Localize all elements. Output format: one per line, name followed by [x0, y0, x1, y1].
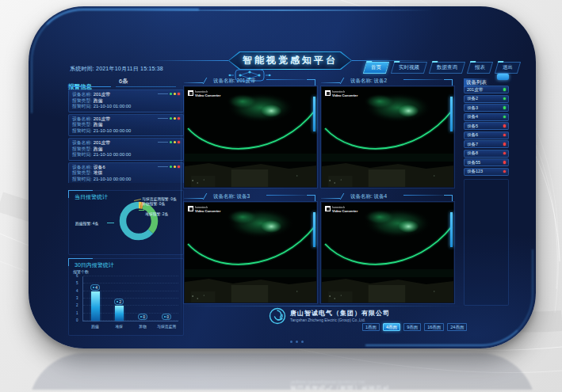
- daily-stats-title: 当日报警统计: [75, 193, 108, 201]
- device-list-empty-box: [464, 179, 509, 306]
- daily-alarm-stats-section: 当日报警统计 跑偏报警: 4条 与煤流监测报警: 0条 异物报警: 0条 堆煤报…: [68, 190, 184, 255]
- video-feed[interactable]: honestech Video Converter: [184, 86, 317, 188]
- nav-button[interactable]: 报表: [467, 62, 493, 74]
- video-scene: [322, 87, 453, 187]
- alarm-time-value: 21-10-10 01:00:00: [94, 104, 131, 110]
- screen-layout-button[interactable]: 24画面: [447, 323, 467, 331]
- device-name-label: 设备名称:: [72, 116, 92, 123]
- title-banner-inner: 智能视觉感知平台: [229, 52, 351, 69]
- yellow-light-icon: [174, 141, 176, 143]
- device-name: 设备123: [467, 169, 483, 174]
- video-watermark: honestech Video Converter: [188, 90, 220, 98]
- device-list-item[interactable]: 设备5: [464, 122, 509, 130]
- device-name: 设备7: [467, 142, 478, 147]
- video-watermark: honestech Video Converter: [325, 90, 357, 98]
- nav-button[interactable]: 实时视频: [391, 62, 427, 74]
- device-list-item[interactable]: 设备7: [464, 140, 509, 148]
- bar-column: 0异物: [133, 276, 152, 321]
- video-scroll-accent[interactable]: [450, 97, 453, 131]
- bar-chart-title: 30日内报警统计: [75, 261, 114, 269]
- device-name-value: 201皮带: [94, 116, 110, 123]
- device-list-item[interactable]: 设备55: [464, 158, 509, 166]
- watermark-brand: honestech: [332, 90, 357, 93]
- nav-button[interactable]: 退出: [495, 62, 521, 74]
- header-line-decoration: [266, 195, 306, 196]
- screen-layout-label: 9画面: [407, 325, 418, 330]
- video-panel-header: 设备名称: 设备4: [321, 192, 454, 202]
- video-device-name: 设备名称: 设备3: [213, 193, 250, 200]
- dashboard-panel: 系统时间: 2021年10月11日 15:15:38 智能视觉感知平台 首页 实…: [29, 6, 536, 348]
- company-info: 唐山智诚电气（集团）有限公司 Tangshan Zhicheng Electri…: [290, 309, 390, 322]
- video-scroll-accent[interactable]: [313, 212, 315, 247]
- screen-layout-button[interactable]: 9画面: [403, 323, 421, 331]
- device-list-item[interactable]: 设备123: [464, 168, 509, 176]
- video-feed[interactable]: honestech Video Converter: [321, 202, 454, 303]
- system-time: 系统时间: 2021年10月11日 15:15:38: [70, 65, 163, 73]
- watermark-logo-icon: [325, 90, 331, 96]
- watermark-product: Video Converter: [195, 209, 220, 213]
- desktop-background: 系统时间: 2021年10月11日 15:15:38 智能视觉感知平台 首页 实…: [0, 0, 562, 392]
- alarm-time-value: 21-10-10 00:00:00: [94, 128, 131, 135]
- watermark-logo-icon: [188, 90, 193, 96]
- green-light-icon: [170, 93, 172, 95]
- screen-layout-label: 16画面: [427, 325, 441, 330]
- bar-category-label: 与煤流监测: [157, 324, 176, 329]
- nav-button-label: 报表: [475, 64, 485, 71]
- video-feed[interactable]: honestech Video Converter: [321, 86, 454, 188]
- alarm-card[interactable]: 设备名称:201皮带 报警类型:跑偏 报警时间:21-10-10 00:00:0…: [68, 114, 184, 137]
- device-name-label: 设备名称:: [72, 140, 92, 147]
- bar-value-bubble: 2: [114, 299, 124, 305]
- video-panel-header: 设备名称: 201皮带: [184, 76, 317, 86]
- watermark-product: Video Converter: [332, 93, 357, 97]
- device-status-dot: [503, 143, 507, 146]
- device-list-item[interactable]: 设备3: [464, 104, 509, 112]
- donut-leader-line: [139, 210, 144, 211]
- alarm-indicator-lights: [158, 166, 180, 168]
- red-light-icon: [178, 117, 180, 120]
- alarm-card[interactable]: 设备名称:201皮带 报警类型:跑偏 报警时间:21-10-10 01:00:0…: [68, 89, 184, 112]
- screen-layout-button[interactable]: 16画面: [424, 323, 444, 331]
- header-corner-decoration: [307, 195, 315, 201]
- device-sidebar: 设备列表 201皮带 设备2 设备3 设备4 设备5 设备6 设备7 设备8 设…: [464, 73, 509, 336]
- alarm-card[interactable]: 设备名称:201皮带 报警类型:跑偏 报警时间:21-10-10 00:00:0…: [68, 138, 184, 161]
- green-light-icon: [170, 117, 172, 120]
- video-scroll-accent[interactable]: [313, 97, 315, 131]
- nav-button[interactable]: 数据查询: [429, 62, 465, 74]
- device-list-item[interactable]: 设备8: [464, 150, 509, 158]
- bar-column: 2堆煤: [109, 276, 128, 321]
- device-list-header: 设备列表: [464, 73, 509, 82]
- video-device-name: 设备名称: 设备2: [350, 78, 387, 85]
- watermark-brand: honestech: [195, 206, 220, 209]
- device-list[interactable]: 201皮带 设备2 设备3 设备4 设备5 设备6 设备7 设备8 设备55 设…: [464, 86, 509, 176]
- screen-layout-label: 1画面: [365, 325, 377, 330]
- bar-column: 0与煤流监测: [157, 276, 176, 321]
- device-list-more-button[interactable]: [497, 74, 509, 80]
- device-name: 设备3: [467, 105, 478, 111]
- video-feed[interactable]: honestech Video Converter: [184, 202, 317, 303]
- video-scroll-accent[interactable]: [450, 212, 453, 247]
- device-name-value: 201皮带: [94, 140, 110, 147]
- screen-layout-buttons: 1画面 4画面 9画面 16画面 24画面: [362, 323, 467, 331]
- nav-button-label: 退出: [503, 64, 513, 71]
- green-light-icon: [170, 166, 172, 168]
- device-list-item[interactable]: 设备4: [464, 113, 509, 121]
- bar: [115, 306, 124, 321]
- alarm-card[interactable]: 设备名称:设备6 报警类型:堆煤 报警时间:21-10-10 00:00:00: [68, 162, 184, 184]
- alarm-indicator-lights: [158, 117, 180, 120]
- alarm-list[interactable]: 设备名称:201皮带 报警类型:跑偏 报警时间:21-10-10 01:00:0…: [68, 89, 184, 183]
- alarm-type-value: 堆煤: [94, 170, 103, 177]
- nav-button[interactable]: 首页: [363, 62, 389, 74]
- screen-layout-button[interactable]: 1画面: [362, 323, 380, 331]
- device-list-item[interactable]: 设备6: [464, 131, 509, 139]
- alarm-type-value: 跑偏: [94, 98, 103, 105]
- alarm-type-label: 报警类型:: [72, 170, 92, 177]
- device-name: 设备4: [467, 114, 478, 120]
- alarm-indicator-lights: [158, 141, 180, 143]
- video-panel: 设备名称: 设备3: [184, 192, 317, 303]
- yellow-light-icon: [174, 93, 176, 95]
- device-list-item[interactable]: 设备2: [464, 95, 509, 103]
- watermark-product: Video Converter: [332, 209, 357, 213]
- device-list-item[interactable]: 201皮带: [464, 86, 509, 93]
- bottom-dots-decoration: [290, 341, 304, 343]
- screen-layout-button[interactable]: 4画面: [383, 323, 400, 331]
